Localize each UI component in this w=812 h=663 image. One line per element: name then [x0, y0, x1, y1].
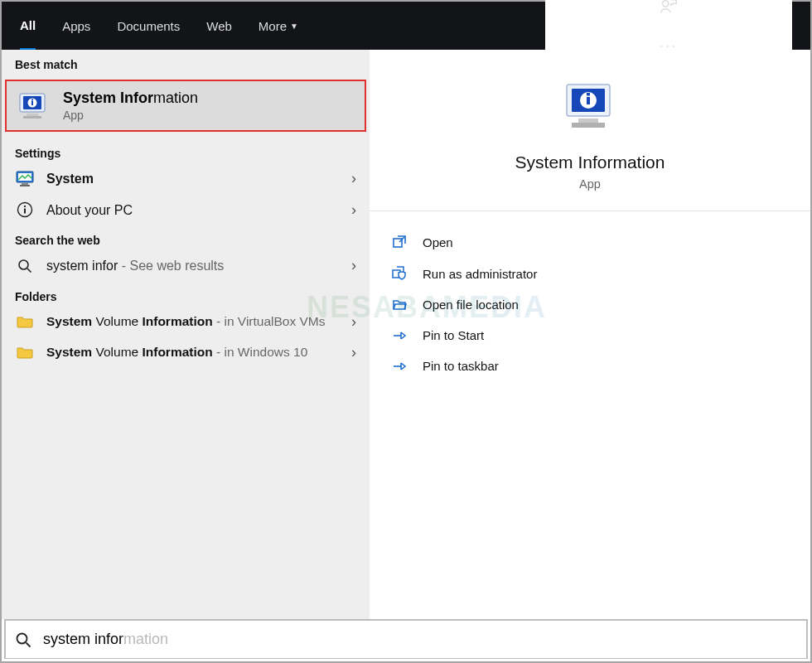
action-run-admin[interactable]: Run as administrator [379, 258, 800, 289]
search-input[interactable]: system information [43, 631, 168, 648]
svg-rect-10 [22, 183, 28, 185]
action-label: Open file location [423, 298, 519, 312]
tab-documents[interactable]: Documents [117, 2, 180, 50]
chevron-right-icon: › [351, 201, 356, 219]
tab-more[interactable]: More ▼ [259, 2, 298, 50]
svg-line-27 [27, 642, 31, 646]
system-information-icon [17, 92, 50, 120]
svg-rect-6 [27, 114, 38, 116]
detail-subtitle: App [579, 177, 601, 191]
web-result-label: system infor - See web results [46, 257, 340, 275]
search-ghost-text: mation [123, 631, 168, 648]
action-label: Run as administrator [423, 267, 537, 281]
folder-result-label: System Volume Information - in VirtualBo… [46, 313, 340, 331]
detail-panel: System Information App Open Run as admin… [370, 50, 810, 619]
chevron-right-icon: › [351, 344, 356, 361]
svg-line-16 [27, 269, 31, 273]
detail-header: System Information App [370, 50, 810, 211]
search-icon [15, 632, 31, 648]
svg-rect-22 [578, 119, 598, 123]
action-pin-start[interactable]: Pin to Start [379, 320, 800, 351]
folder-icon [15, 315, 35, 328]
settings-item-system[interactable]: System › [2, 163, 370, 195]
pin-icon [391, 360, 408, 373]
info-icon [15, 201, 35, 218]
best-match-subtitle: App [63, 109, 198, 122]
section-best-match: Best match [2, 50, 370, 75]
action-label: Pin to taskbar [423, 359, 499, 373]
action-label: Pin to Start [423, 328, 484, 342]
open-icon [391, 235, 408, 249]
chevron-right-icon: › [351, 313, 356, 331]
chevron-down-icon: ▼ [290, 22, 298, 31]
results-body: Best match System Information [2, 50, 810, 619]
chevron-right-icon: › [351, 257, 356, 274]
svg-rect-23 [572, 123, 605, 128]
tab-web[interactable]: Web [206, 2, 232, 50]
tab-all[interactable]: All [20, 2, 36, 51]
settings-item-about[interactable]: About your PC › [2, 195, 370, 226]
web-result-item[interactable]: system infor - See web results › [2, 250, 370, 282]
action-pin-taskbar[interactable]: Pin to taskbar [379, 351, 800, 381]
section-folders: Folders [2, 282, 370, 307]
best-match-item[interactable]: System Information App [5, 80, 366, 132]
settings-item-label: About your PC [46, 201, 340, 220]
detail-title: System Information [515, 152, 665, 172]
folder-open-icon [391, 298, 408, 312]
svg-point-26 [17, 633, 27, 643]
folder-result-item[interactable]: System Volume Information - in VirtualBo… [2, 307, 370, 337]
search-scope-tabs: All Apps Documents Web More ▼ ··· [2, 2, 810, 50]
chevron-right-icon: › [351, 170, 356, 187]
search-box[interactable]: system information [4, 619, 808, 659]
svg-point-0 [663, 1, 669, 7]
svg-rect-14 [24, 206, 26, 207]
action-open[interactable]: Open [379, 226, 800, 258]
results-list: Best match System Information [2, 50, 370, 619]
start-search-window: All Apps Documents Web More ▼ ··· Best m… [0, 0, 812, 663]
best-match-title: System Information [63, 90, 198, 107]
section-settings: Settings [2, 138, 370, 163]
settings-item-label: System [46, 170, 340, 188]
svg-rect-7 [23, 116, 41, 119]
detail-actions: Open Run as administrator Open file loca… [370, 211, 810, 396]
folder-result-item[interactable]: System Volume Information - in Windows 1… [2, 337, 370, 368]
tab-apps[interactable]: Apps [62, 2, 90, 50]
shield-icon [391, 266, 408, 281]
action-open-location[interactable]: Open file location [379, 289, 800, 320]
action-label: Open [423, 235, 453, 249]
svg-rect-4 [31, 101, 33, 105]
svg-rect-20 [587, 97, 590, 104]
section-web: Search the web [2, 225, 370, 250]
svg-point-15 [19, 260, 28, 269]
detail-app-icon [560, 81, 620, 133]
svg-rect-5 [31, 99, 33, 100]
tab-more-label: More [259, 19, 287, 33]
search-icon [15, 259, 35, 273]
pin-icon [391, 329, 408, 342]
monitor-icon [15, 171, 35, 187]
svg-rect-21 [587, 93, 590, 96]
feedback-icon[interactable] [660, 0, 678, 16]
search-typed-text: system infor [43, 631, 123, 648]
svg-rect-13 [24, 209, 26, 214]
folder-icon [15, 346, 35, 359]
folder-result-label: System Volume Information - in Windows 1… [46, 344, 340, 361]
svg-rect-11 [20, 185, 30, 186]
